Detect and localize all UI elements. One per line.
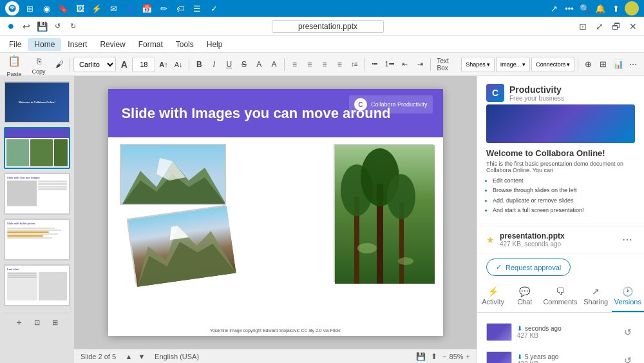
- copy-tool[interactable]: ⎘: [28, 54, 49, 68]
- slide-grid-btn[interactable]: ⊞: [49, 316, 62, 329]
- list-icon[interactable]: ☰: [191, 2, 204, 15]
- connectors-dropdown[interactable]: Connectors ▾: [531, 57, 574, 72]
- slide-thumb-3[interactable]: Slide with Text and images: [4, 173, 70, 215]
- menu-home[interactable]: Home: [28, 38, 61, 51]
- text-box-tool[interactable]: Text Box: [434, 56, 460, 73]
- menu-help[interactable]: Help: [200, 38, 229, 51]
- check-icon[interactable]: ✓: [207, 2, 220, 15]
- close-icon[interactable]: ✕: [626, 19, 640, 34]
- bold-tool[interactable]: B: [193, 56, 206, 73]
- tab-comments[interactable]: 🗨 Comments: [540, 281, 580, 312]
- menu-insert[interactable]: Insert: [61, 38, 93, 51]
- slide-thumb-5[interactable]: Last slide: [4, 264, 70, 306]
- menu-review[interactable]: Review: [93, 38, 131, 51]
- numbered-list-tool[interactable]: 1≔: [383, 56, 397, 73]
- version-restore-2[interactable]: ↺: [621, 353, 635, 363]
- tab-versions[interactable]: 🕐 Versions: [612, 281, 644, 312]
- fullscreen-icon[interactable]: ⤢: [592, 19, 607, 34]
- window-icon2[interactable]: 🗗: [609, 19, 623, 34]
- bookmark-icon[interactable]: 🔖: [57, 2, 70, 15]
- line-spacing-tool[interactable]: ↕≡: [348, 56, 361, 73]
- share-icon-sys[interactable]: ↗: [547, 2, 560, 15]
- undo-icon[interactable]: ↩: [19, 19, 33, 34]
- indent-increase-tool[interactable]: ⇥: [413, 56, 427, 73]
- nextcloud-logo[interactable]: [5, 1, 19, 15]
- align-left-tool[interactable]: ≡: [288, 56, 301, 73]
- underline-tool[interactable]: U: [222, 56, 236, 73]
- slide-logo: C Collabora Productivity: [349, 95, 433, 113]
- mountain-left-image[interactable]: [120, 144, 226, 205]
- slide-thumb-1[interactable]: Welcome to Collabora Online!: [4, 81, 70, 123]
- sep5: [430, 58, 431, 71]
- upload-icon-sys[interactable]: ⬆: [609, 2, 622, 15]
- apps-icon[interactable]: ⊞: [23, 2, 36, 15]
- circle-icon[interactable]: ◉: [40, 2, 53, 15]
- slide-thumb-2[interactable]: [4, 127, 70, 169]
- align-center-tool[interactable]: ≡: [303, 56, 316, 73]
- font-size-down-small[interactable]: A↓: [172, 56, 185, 73]
- request-approval-btn[interactable]: ✓ Request approval: [486, 259, 571, 276]
- highlight-tool[interactable]: A: [267, 56, 281, 73]
- font-family-select[interactable]: Carlito: [73, 57, 116, 72]
- crop-tool[interactable]: ⊕: [582, 56, 595, 73]
- more-icon-sys[interactable]: •••: [563, 2, 576, 15]
- slide-thumb-4[interactable]: Slide with bullet points: [4, 219, 70, 260]
- font-color-a-tool[interactable]: A: [252, 56, 266, 73]
- bullet-list-tool[interactable]: ≔: [368, 56, 382, 73]
- file-more-btn[interactable]: ⋯: [620, 232, 635, 248]
- right-panel: C Productivity Free your business Welcom…: [477, 76, 644, 363]
- next-slide-btn[interactable]: ▼: [137, 351, 147, 362]
- format-brush-tool[interactable]: 🖌: [53, 56, 66, 73]
- save-icon[interactable]: 💾: [35, 19, 49, 34]
- font-size-input[interactable]: [132, 57, 155, 72]
- tab-sharing[interactable]: ↗ Sharing: [580, 281, 612, 312]
- photo-icon[interactable]: 🖼: [73, 2, 86, 15]
- font-size-down[interactable]: A: [117, 56, 131, 73]
- strikethrough-tool[interactable]: S: [237, 56, 251, 73]
- table-tool[interactable]: ⊞: [596, 56, 610, 73]
- add-slide-btn[interactable]: +: [13, 316, 26, 329]
- italic-tool[interactable]: I: [207, 56, 221, 73]
- lightning-icon[interactable]: ⚡: [90, 2, 103, 15]
- zoom-in-btn[interactable]: +: [466, 353, 470, 360]
- paste-tool[interactable]: 📋: [4, 52, 24, 71]
- welcome-desc: This is the first basic presentation dem…: [486, 161, 635, 173]
- bell-icon-sys[interactable]: 🔔: [594, 2, 607, 15]
- font-size-up-big[interactable]: A↑: [156, 56, 170, 73]
- tab-chat[interactable]: 💬 Chat: [509, 281, 540, 312]
- person-icon[interactable]: 👤: [124, 2, 137, 15]
- undo2-icon[interactable]: ↺: [50, 19, 64, 34]
- tab-activity[interactable]: ⚡ Activity: [477, 281, 509, 312]
- menu-format[interactable]: Format: [132, 38, 169, 51]
- menu-file[interactable]: File: [3, 38, 28, 51]
- file-title[interactable]: presentation.pptx: [272, 20, 384, 33]
- pencil-icon[interactable]: ✏: [157, 2, 170, 15]
- tree-right-image[interactable]: [334, 144, 433, 282]
- slide-view-btn[interactable]: ⊡: [31, 316, 44, 329]
- zoom-control: − 85% +: [442, 353, 470, 360]
- mail-icon[interactable]: ✉: [107, 2, 120, 15]
- version-item-2: ⬇ 5 years ago 482 KB ↺: [482, 346, 639, 363]
- version-restore-1[interactable]: ↺: [621, 325, 635, 339]
- indent-decrease-tool[interactable]: ⇤: [398, 56, 412, 73]
- file-details: presentation.pptx 427 KB, seconds ago: [500, 231, 614, 248]
- menu-tools[interactable]: Tools: [169, 38, 200, 51]
- shapes-dropdown[interactable]: Shapes ▾: [461, 57, 495, 72]
- align-right-tool[interactable]: ≡: [317, 56, 331, 73]
- more-tools[interactable]: ⋯: [627, 56, 640, 73]
- tag-icon[interactable]: 🏷: [174, 2, 187, 15]
- images-dropdown[interactable]: Image... ▾: [496, 57, 531, 72]
- mountain-rotated-image[interactable]: [126, 205, 234, 286]
- redo-icon[interactable]: ↻: [66, 19, 80, 34]
- search-icon-sys[interactable]: 🔍: [578, 2, 591, 15]
- star-icon[interactable]: ★: [486, 235, 495, 245]
- user-avatar[interactable]: [625, 1, 639, 15]
- prev-slide-btn[interactable]: ▲: [124, 351, 134, 362]
- zoom-out-btn[interactable]: −: [442, 353, 446, 360]
- collab-logo: C Productivity Free your business: [486, 84, 635, 102]
- justify-tool[interactable]: ≡: [333, 56, 346, 73]
- calendar-icon[interactable]: 📅: [140, 2, 153, 15]
- window-mode-icon[interactable]: ⊡: [576, 19, 590, 34]
- chart-tool[interactable]: 📊: [612, 56, 625, 73]
- slide-canvas[interactable]: C Collabora Productivity Slide with Imag…: [108, 89, 443, 336]
